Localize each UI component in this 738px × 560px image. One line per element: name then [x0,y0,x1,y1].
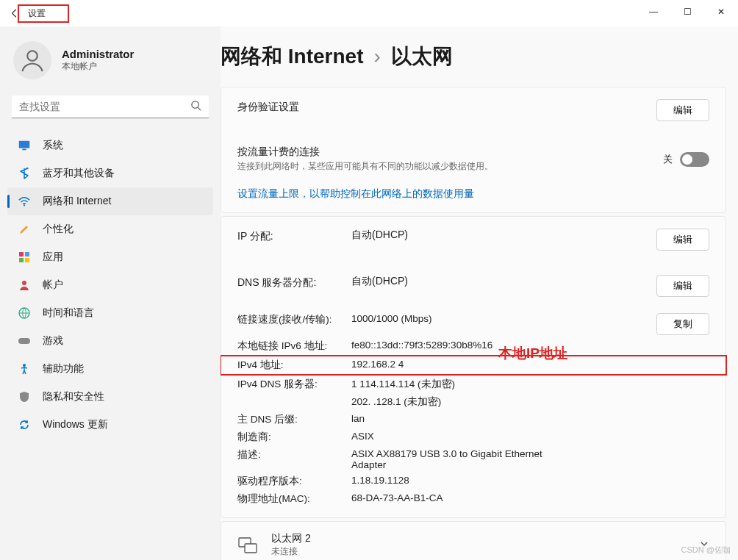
svg-point-0 [27,51,37,61]
update-icon [18,418,31,431]
chevron-right-icon: › [373,45,380,68]
nav-network[interactable]: 网络和 Internet [7,187,213,215]
user-name: Administrator [62,48,134,60]
search-icon [190,100,201,113]
auth-edit-button[interactable]: 编辑 [656,99,709,121]
auth-label: 身份验证设置 [237,99,643,114]
prop-value: 202. .128.1 (未加密) [351,395,643,409]
breadcrumb: 网络和 Internet › 以太网 [221,40,726,87]
ip-assign-row: IP 分配: 自动(DHCP) 编辑 [221,217,726,262]
close-button[interactable]: ✕ [704,0,738,24]
nav-label: Windows 更新 [43,418,108,431]
svg-rect-7 [25,252,29,256]
prop-label: 制造商: [237,431,351,444]
watermark: CSDN @佐咖 [681,545,731,556]
brush-icon [18,223,31,236]
nav-apps[interactable]: 应用 [7,243,213,271]
sidebar: Administrator 本地帐户 系统 蓝牙和其他设备 网络和 Intern… [0,26,221,560]
breadcrumb-current: 以太网 [391,43,453,71]
prop-value: 1.18.19.1128 [351,475,643,488]
minimize-button[interactable]: — [637,0,670,24]
svg-rect-15 [245,544,257,553]
svg-rect-3 [19,141,29,148]
avatar-icon [13,41,51,79]
nav-time-language[interactable]: 时间和语言 [7,299,213,327]
auth-settings-row: 身份验证设置 编辑 [221,87,726,133]
data-limit-link[interactable]: 设置流量上限，以帮助控制在此网络上的数据使用量 [237,187,474,199]
prop-label: IPv4 地址: [237,359,351,372]
wifi-icon [18,195,31,208]
prop-value: 68-DA-73-AA-B1-CA [351,492,643,506]
svg-rect-12 [18,338,30,344]
search-box[interactable] [12,96,209,118]
ip-assign-edit-button[interactable]: 编辑 [656,229,709,251]
prop-value: ASIX [351,431,643,444]
svg-point-1 [192,101,198,108]
nav-accounts[interactable]: 帐户 [7,271,213,299]
svg-point-13 [23,364,26,367]
nav-label: 蓝牙和其他设备 [43,167,115,180]
ip-assign-label: IP 分配: [237,229,351,243]
nav-gaming[interactable]: 游戏 [7,327,213,355]
nav-privacy[interactable]: 隐私和安全性 [7,383,213,411]
gamepad-icon [18,334,31,348]
dns-assign-row: DNS 服务器分配: 自动(DHCP) 编辑 [221,262,726,309]
maximize-button[interactable]: ☐ [670,0,704,24]
breadcrumb-parent[interactable]: 网络和 Internet [221,43,363,71]
nav-label: 网络和 Internet [43,195,111,208]
prop-value: 1000/1000 (Mbps) [351,313,643,335]
user-type: 本地帐户 [62,60,134,73]
prop-label: 描述: [237,448,351,470]
prop-value: fe80::13dd::79f3:5289:30b8%16 [351,340,643,353]
ethernet2-title: 以太网 2 [271,532,686,545]
toggle-off-label: 关 [663,153,673,166]
dns-assign-value: 自动(DHCP) [351,275,643,288]
search-input[interactable] [19,101,190,112]
ethernet2-status: 未连接 [271,545,686,558]
nav-label: 游戏 [43,334,63,348]
network-properties: 链接速度(接收/传输): 1000/1000 (Mbps) 复制 本地链接 IP… [221,311,726,517]
nav-label: 辅助功能 [43,362,84,376]
ip-dns-card: IP 分配: 自动(DHCP) 编辑 DNS 服务器分配: 自动(DHCP) 编… [221,216,726,518]
copy-button[interactable]: 复制 [656,313,709,335]
prop-value: lan [351,413,643,426]
nav-list: 系统 蓝牙和其他设备 网络和 Internet 个性化 应用 帐户 [7,132,213,439]
prop-value: ASIX AX88179 USB 3.0 to Gigabit Ethernet… [351,448,557,470]
ethernet2-expander[interactable]: 以太网 2 未连接 [221,521,726,560]
nav-windows-update[interactable]: Windows 更新 [7,411,213,439]
nav-system[interactable]: 系统 [7,132,213,159]
nav-label: 应用 [43,251,63,264]
nav-label: 隐私和安全性 [43,390,104,403]
prop-label: 本地链接 IPv6 地址: [237,340,351,353]
svg-rect-6 [19,252,24,256]
metered-subtitle: 连接到此网络时，某些应用可能具有不同的功能以减少数据使用。 [237,160,663,173]
metered-title: 按流量计费的连接 [237,146,663,159]
annotation-local-ip: 本地IP地址 [498,344,567,363]
prop-label [237,395,351,409]
prop-label: 主 DNS 后缀: [237,413,351,426]
apps-icon [18,251,31,264]
ipv4-address-row: IPv4 地址: 192.168.2 4 [221,355,727,376]
svg-point-5 [24,204,25,206]
nav-label: 时间和语言 [43,306,94,320]
nav-personalization[interactable]: 个性化 [7,215,213,243]
nav-label: 系统 [43,139,63,152]
dns-assign-edit-button[interactable]: 编辑 [656,275,709,297]
titlebar: 设置 — ☐ ✕ [0,0,738,26]
svg-point-10 [22,281,26,285]
prop-label: IPv4 DNS 服务器: [237,378,351,391]
nav-label: 帐户 [43,279,63,292]
nav-accessibility[interactable]: 辅助功能 [7,355,213,383]
main-content: 网络和 Internet › 以太网 身份验证设置 编辑 按流量计费的连接 连接… [221,26,738,560]
settings-card: 身份验证设置 编辑 按流量计费的连接 连接到此网络时，某些应用可能具有不同的功能… [221,87,726,213]
user-block[interactable]: Administrator 本地帐户 [7,37,213,93]
prop-value: 1 114.114.114 (未加密) [351,378,643,391]
ip-assign-value: 自动(DHCP) [351,229,643,242]
globe-icon [18,306,31,320]
nav-bluetooth[interactable]: 蓝牙和其他设备 [7,159,213,187]
svg-rect-8 [19,258,24,262]
accessibility-icon [18,362,31,376]
prop-label: 物理地址(MAC): [237,492,351,506]
metered-toggle[interactable] [680,152,709,167]
nav-label: 个性化 [43,223,74,236]
